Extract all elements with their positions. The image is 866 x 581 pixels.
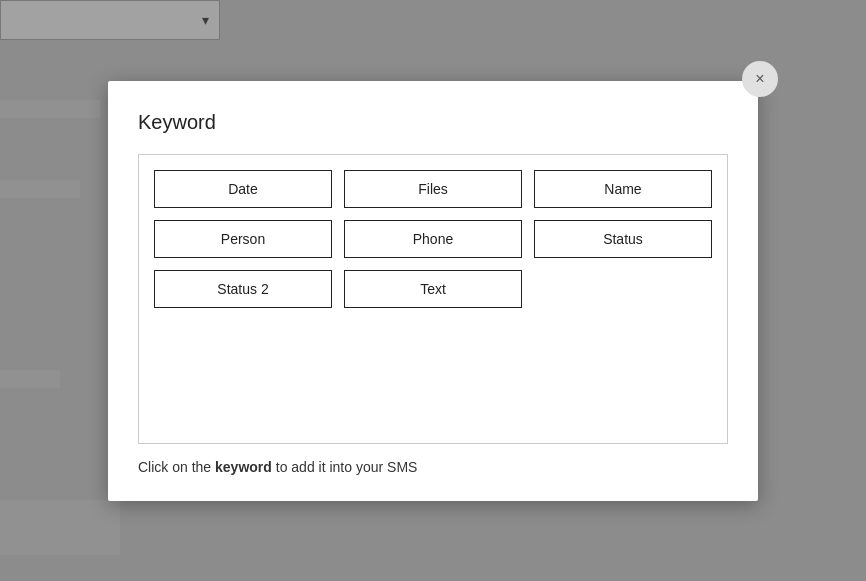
keyword-button-status[interactable]: Status bbox=[534, 220, 712, 258]
keyword-button-status-2[interactable]: Status 2 bbox=[154, 270, 332, 308]
keyword-grid: DateFilesNamePersonPhoneStatusStatus 2Te… bbox=[154, 170, 712, 308]
keyword-button-text[interactable]: Text bbox=[344, 270, 522, 308]
modal-container: × Keyword DateFilesNamePersonPhoneStatus… bbox=[108, 81, 758, 501]
keyword-button-phone[interactable]: Phone bbox=[344, 220, 522, 258]
modal-overlay: × Keyword DateFilesNamePersonPhoneStatus… bbox=[0, 0, 866, 581]
keyword-button-name[interactable]: Name bbox=[534, 170, 712, 208]
keyword-grid-container: DateFilesNamePersonPhoneStatusStatus 2Te… bbox=[138, 154, 728, 444]
keyword-button-person[interactable]: Person bbox=[154, 220, 332, 258]
modal-title: Keyword bbox=[138, 111, 728, 134]
hint-keyword: keyword bbox=[215, 459, 272, 475]
keyword-button-date[interactable]: Date bbox=[154, 170, 332, 208]
hint-suffix: to add it into your SMS bbox=[272, 459, 418, 475]
hint-text: Click on the keyword to add it into your… bbox=[138, 459, 728, 475]
close-button[interactable]: × bbox=[742, 61, 778, 97]
hint-prefix: Click on the bbox=[138, 459, 215, 475]
keyword-button-files[interactable]: Files bbox=[344, 170, 522, 208]
